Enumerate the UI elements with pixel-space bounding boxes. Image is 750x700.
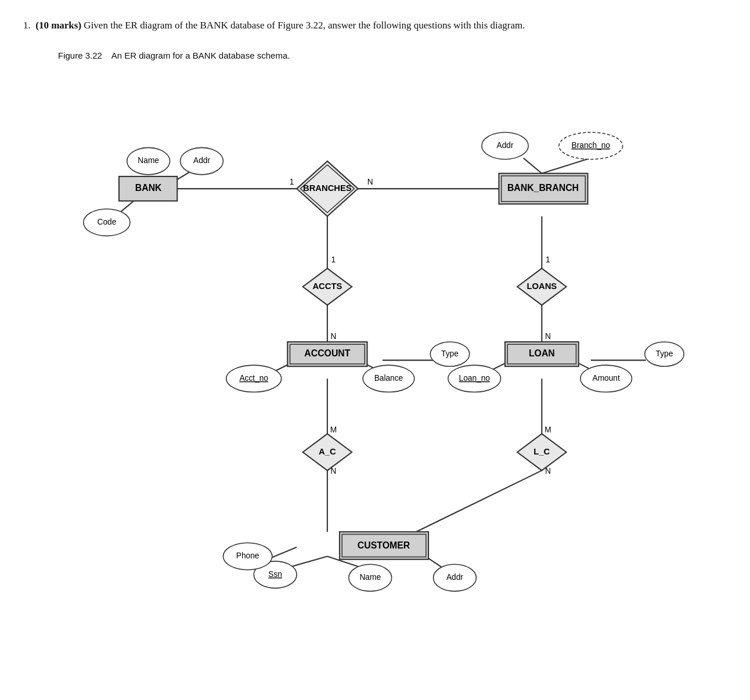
ssn-label: Ssn (268, 570, 282, 579)
bank-addr-label: Addr (193, 156, 210, 165)
figure-caption: Figure 3.22 An ER diagram for a BANK dat… (58, 50, 727, 60)
account-label: ACCOUNT (304, 348, 350, 358)
loan-type-label: Type (656, 349, 673, 358)
loan-no-label: Loan_no (459, 374, 491, 383)
bank-code-label: Code (97, 218, 116, 226)
question-body: Given the ER diagram of the BANK databas… (84, 20, 525, 31)
ac-account-card: M (330, 425, 337, 434)
ac-label: A_C (319, 447, 336, 456)
question-number: 1. (23, 20, 31, 31)
branch-no-label: Branch_no (572, 141, 611, 150)
loans-top-card: 1 (546, 255, 550, 264)
lc-label: L_C (533, 447, 550, 456)
loans-bottom-card: N (545, 332, 551, 341)
er-diagram: BANK BANK_BRANCH ACCOUNT LOAN CUSTOMER B… (46, 66, 743, 618)
question-marks: (10 marks) (35, 20, 81, 31)
customer-label: CUSTOMER (358, 540, 410, 550)
bank-name-label: Name (138, 156, 159, 165)
accts-top-card: 1 (331, 255, 336, 264)
amount-label: Amount (593, 374, 620, 383)
ac-customer-card: N (330, 467, 336, 475)
account-type-label: Type (441, 349, 459, 358)
svg-line-13 (524, 158, 542, 174)
branches-branch-card: N (367, 178, 373, 186)
svg-line-9 (416, 471, 542, 532)
accts-label: ACCTS (312, 282, 342, 291)
acct-no-label: Acct_no (239, 374, 268, 383)
question-text: 1. (10 marks) Given the ER diagram of th… (23, 17, 727, 33)
bank-entity-label: BANK (135, 183, 162, 193)
loans-label: LOANS (527, 282, 557, 291)
branches-bank-card: 1 (290, 178, 294, 186)
branch-addr-label: Addr (497, 141, 514, 150)
svg-line-14 (542, 158, 590, 174)
accts-bottom-card: N (330, 332, 336, 341)
cust-name-label: Name (359, 573, 381, 582)
branches-label: BRANCHES (303, 183, 352, 193)
cust-addr-label: Addr (446, 573, 463, 582)
balance-label: Balance (374, 374, 403, 383)
phone-label: Phone (236, 551, 259, 560)
bank-branch-label: BANK_BRANCH (507, 183, 579, 193)
lc-customer-card: N (545, 467, 551, 475)
question-container: 1. (10 marks) Given the ER diagram of th… (23, 17, 727, 618)
loan-label: LOAN (529, 348, 555, 358)
lc-loan-card: M (545, 425, 551, 434)
